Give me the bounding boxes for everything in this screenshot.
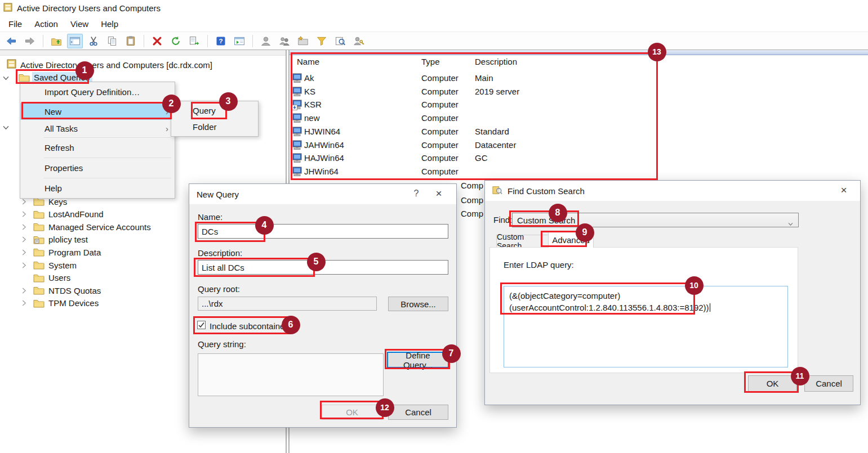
tree-node-program-data[interactable]: Program Data — [21, 246, 101, 258]
find-object-icon[interactable] — [332, 34, 348, 48]
new-window-icon[interactable] — [232, 34, 247, 48]
menu-item-all-tasks[interactable]: All Tasks› — [20, 120, 175, 137]
toolbar: ? — [0, 32, 868, 50]
tree-root-node[interactable]: Active Directory Users and Computers [dc… — [7, 59, 212, 71]
paste-icon[interactable] — [123, 34, 139, 48]
menu-action[interactable]: Action — [28, 17, 64, 31]
add-ou-icon[interactable] — [295, 34, 311, 48]
list-row[interactable]: KSComputer2019 server — [290, 86, 868, 98]
chevron-right-icon[interactable] — [21, 198, 28, 205]
row-type: Computer — [421, 113, 459, 123]
dialog-help-button[interactable]: ? — [410, 189, 422, 199]
browse-button[interactable]: Browse... — [388, 297, 448, 311]
tree-node-managed-service-accounts[interactable]: Managed Service Accounts — [21, 221, 151, 233]
tree-node-label: Users — [48, 273, 70, 282]
chevron-right-icon[interactable] — [21, 299, 28, 307]
query-string-area[interactable] — [198, 353, 384, 396]
export-list-icon[interactable] — [186, 34, 202, 48]
tab-custom-search[interactable]: Custom Search — [496, 235, 549, 248]
folder-icon — [33, 286, 44, 295]
menu-item-label: Properties — [44, 163, 83, 173]
menu-bar: FileActionViewHelp — [0, 16, 868, 32]
new-query-dialog: New Query ? × Name: Description: Query r… — [189, 183, 457, 428]
find-type-dropdown[interactable]: Custom Search — [512, 213, 799, 227]
query-root-input[interactable] — [198, 297, 377, 311]
chevron-right-icon[interactable] — [21, 249, 28, 256]
up-one-level-icon[interactable] — [48, 34, 64, 48]
chevron-down-icon[interactable] — [2, 122, 10, 132]
list-row[interactable]: newComputer — [290, 112, 868, 125]
delegate-control-icon[interactable] — [351, 34, 367, 48]
new-submenu: QueryFolder — [171, 101, 259, 137]
checkbox-checked-icon[interactable] — [197, 321, 206, 331]
chevron-right-icon[interactable] — [21, 262, 28, 269]
new-query-ok-button[interactable]: OK — [322, 405, 382, 420]
list-row[interactable]: KSRComputer — [290, 98, 868, 111]
copy-icon[interactable] — [104, 34, 120, 48]
add-group-icon[interactable] — [277, 34, 292, 48]
ldap-query-textarea[interactable]: (&(objectCategory=computer)(userAccountC… — [504, 286, 788, 367]
forward-icon[interactable] — [22, 34, 38, 48]
delete-icon[interactable] — [149, 34, 165, 48]
refresh-icon[interactable] — [168, 34, 184, 48]
help-icon[interactable]: ? — [213, 34, 229, 48]
tree-node-users[interactable]: Users — [21, 272, 70, 284]
menu-view[interactable]: View — [64, 17, 95, 31]
menu-help[interactable]: Help — [95, 17, 124, 31]
back-icon[interactable] — [3, 34, 19, 48]
tree-node-system[interactable]: System — [21, 259, 77, 271]
list-row[interactable]: AkComputerMain — [290, 72, 868, 85]
tab-advanced[interactable]: Advanced — [548, 232, 594, 248]
menu-item-label: Help — [44, 183, 62, 193]
chevron-right-icon[interactable] — [21, 236, 28, 243]
list-row[interactable]: JAHWin64ComputerDatacenter — [290, 139, 868, 152]
folder-icon — [33, 273, 44, 282]
cut-icon[interactable] — [86, 34, 101, 48]
tree-node-label: plolicy test — [48, 235, 88, 244]
menu-item-refresh[interactable]: Refresh — [20, 138, 175, 157]
menu-item-help[interactable]: Help — [20, 179, 175, 198]
toolbar-separator — [43, 35, 43, 47]
name-input[interactable] — [198, 224, 448, 239]
list-row[interactable]: HAJWin64ComputerGC — [290, 152, 868, 165]
define-query-button[interactable]: Define Query... — [387, 352, 449, 368]
find-ok-button[interactable]: OK — [748, 375, 797, 392]
find-dialog-title-bar: Find Custom Search — [485, 181, 860, 201]
computer-icon — [292, 127, 303, 137]
menu-file[interactable]: File — [2, 17, 28, 31]
find-dialog-close-button[interactable]: × — [836, 184, 851, 196]
menu-item-import-query-definition[interactable]: Import Query Definition… — [20, 83, 175, 101]
chevron-right-icon[interactable] — [21, 223, 28, 231]
tree-node-plolicy-test[interactable]: plolicy test — [21, 234, 88, 246]
submenu-item-query[interactable]: Query — [171, 102, 258, 119]
row-type: Computer — [421, 167, 459, 176]
toolbar-separator — [144, 35, 144, 47]
chevron-right-icon[interactable] — [21, 287, 28, 294]
dialog-close-button[interactable]: × — [431, 187, 446, 200]
chevron-down-icon[interactable] — [2, 75, 10, 80]
menu-item-properties[interactable]: Properties — [20, 159, 175, 177]
find-cancel-button[interactable]: Cancel — [804, 375, 853, 392]
row-type-partial: Comp — [461, 181, 483, 190]
filter-icon[interactable] — [314, 34, 330, 48]
add-user-icon[interactable] — [258, 34, 274, 48]
tree-node-ntds-quotas[interactable]: NTDS Quotas — [21, 284, 101, 297]
folder-icon — [33, 248, 44, 257]
tree-node-label: NTDS Quotas — [48, 286, 101, 295]
show-console-tree-icon[interactable] — [67, 34, 83, 48]
menu-separator — [44, 158, 171, 158]
include-subcontainers-row[interactable]: Include subcontainers — [197, 321, 292, 331]
new-query-cancel-button[interactable]: Cancel — [388, 405, 448, 420]
menu-item-new[interactable]: New› — [20, 103, 175, 120]
submenu-item-folder[interactable]: Folder — [171, 119, 258, 135]
chevron-right-icon[interactable] — [21, 210, 28, 218]
find-type-value: Custom Search — [517, 216, 575, 225]
computer-icon — [292, 73, 303, 84]
tree-node-lostandfound[interactable]: LostAndFound — [21, 208, 104, 221]
row-name: HAJWin64 — [304, 153, 344, 163]
list-row[interactable]: HJWIN64ComputerStandard — [290, 125, 868, 138]
list-row[interactable]: JHWin64Computer — [290, 165, 868, 178]
tree-node-tpm-devices[interactable]: TPM Devices — [21, 297, 99, 310]
find-dialog-icon — [492, 185, 502, 197]
description-input[interactable] — [198, 260, 448, 275]
